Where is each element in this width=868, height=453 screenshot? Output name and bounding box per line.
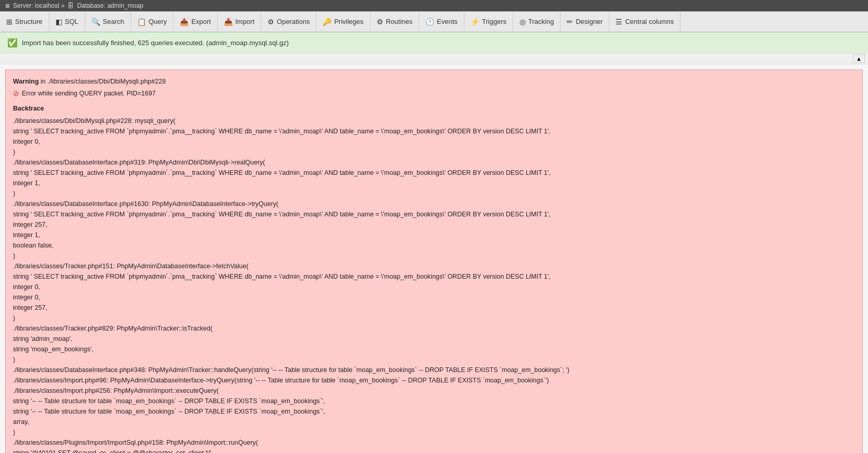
- tab-central-columns[interactable]: ☰ Central columns: [609, 11, 680, 32]
- tab-tracking-label: Tracking: [528, 18, 554, 25]
- trace-line: array,: [13, 417, 855, 427]
- search-icon: 🔍: [91, 18, 100, 26]
- trace-line: string 'moap_em_bookings',: [13, 344, 855, 354]
- tab-privileges-label: Privileges: [334, 18, 363, 25]
- tab-import[interactable]: 📥 Import: [218, 11, 261, 32]
- trace-line: ): [13, 147, 855, 157]
- success-banner: ✅ Import has been successfully finished,…: [0, 32, 868, 53]
- trace-line: string '-- -- Table structure for table …: [13, 406, 855, 417]
- trace-line: ./libraries/classes/DatabaseInterface.ph…: [13, 199, 855, 209]
- trace-line: ./libraries/classes/Import.php#256: PhpM…: [13, 386, 855, 396]
- tab-triggers[interactable]: ⚡ Triggers: [464, 11, 513, 32]
- tab-structure[interactable]: ⊞ Structure: [0, 11, 49, 32]
- server-icon: 🖥: [4, 3, 10, 9]
- trace-line: ./libraries/classes/Plugins/Import/Impor…: [13, 437, 855, 448]
- import-icon: 📥: [224, 18, 233, 26]
- warning-error-line: ⊘ Error while sending QUERY packet. PID=…: [13, 88, 855, 99]
- central-columns-icon: ☰: [616, 18, 622, 26]
- tab-triggers-label: Triggers: [482, 18, 506, 25]
- tab-events[interactable]: 🕐 Events: [419, 11, 464, 32]
- backtrace-title: Backtrace: [13, 103, 855, 114]
- trace-line: ): [13, 354, 855, 365]
- structure-icon: ⊞: [6, 18, 12, 26]
- tab-designer[interactable]: ✏ Designer: [560, 11, 609, 32]
- trace-line: string ' SELECT tracking_active FROM `ph…: [13, 209, 855, 219]
- db-label: Database: admin_moap: [77, 2, 143, 9]
- tab-search[interactable]: 🔍 Search: [85, 11, 131, 32]
- tab-events-label: Events: [437, 18, 458, 25]
- trace-line: integer 0,: [13, 136, 855, 147]
- export-icon: 📤: [180, 18, 189, 26]
- tab-query[interactable]: 📋 Query: [131, 11, 173, 32]
- tab-import-label: Import: [235, 18, 255, 25]
- success-message: Import has been successfully finished, 6…: [22, 39, 289, 47]
- collapse-bar: ▲: [0, 53, 868, 64]
- tracking-icon: ◎: [519, 18, 526, 26]
- tab-search-label: Search: [103, 18, 124, 25]
- trace-line: string 'admin_moap',: [13, 334, 855, 344]
- tab-export-label: Export: [191, 18, 211, 25]
- warning-title: Warning: [13, 78, 39, 85]
- trace-line: integer 0,: [13, 292, 855, 303]
- tab-sql-label: SQL: [65, 18, 78, 25]
- tab-routines[interactable]: ⚙ Routines: [370, 11, 419, 32]
- tab-sql[interactable]: ◧ SQL: [49, 11, 85, 32]
- trace-line: string '/*!40101 SET @saved_cs_client = …: [13, 448, 855, 453]
- trace-line: boolean false,: [13, 240, 855, 251]
- warning-header: Warning in ./libraries/classes/Dbi/DbiMy…: [13, 76, 855, 87]
- trace-line: ): [13, 313, 855, 323]
- tab-query-label: Query: [149, 18, 167, 25]
- tab-designer-label: Designer: [576, 18, 603, 25]
- trace-line: ./libraries/classes/Import.php#96: PhpMy…: [13, 375, 855, 386]
- trace-line: ): [13, 188, 855, 199]
- db-icon: 🗄: [68, 2, 74, 9]
- main-content: Warning in ./libraries/classes/Dbi/DbiMy…: [0, 64, 868, 453]
- trace-line: ./libraries/classes/DatabaseInterface.ph…: [13, 365, 855, 375]
- tab-central-columns-label: Central columns: [625, 18, 674, 25]
- routines-icon: ⚙: [377, 18, 383, 26]
- trace-line: ): [13, 251, 855, 261]
- server-label: Server: localhost »: [13, 2, 64, 9]
- trace-line: integer 1,: [13, 178, 855, 188]
- sql-icon: ◧: [56, 18, 62, 26]
- tab-operations-label: Operations: [277, 18, 310, 25]
- warning-location: in ./libraries/classes/Dbi/DbiMysqli.php…: [41, 78, 166, 85]
- tab-structure-label: Structure: [15, 18, 43, 25]
- tab-operations[interactable]: ⚙ Operations: [261, 11, 317, 32]
- trace-line: string ' SELECT tracking_active FROM `ph…: [13, 271, 855, 282]
- events-icon: 🕐: [425, 18, 434, 26]
- designer-icon: ✏: [567, 18, 573, 26]
- trace-line: ./libraries/classes/Tracker.php#829: Php…: [13, 323, 855, 334]
- success-icon: ✅: [7, 38, 18, 48]
- trace-line: ./libraries/classes/Tracker.php#151: Php…: [13, 261, 855, 271]
- trace-line: integer 257,: [13, 303, 855, 313]
- tab-export[interactable]: 📤 Export: [173, 11, 218, 32]
- query-icon: 📋: [137, 18, 146, 26]
- trace-line: ): [13, 427, 855, 437]
- triggers-icon: ⚡: [471, 18, 479, 26]
- trace-line: string ' SELECT tracking_active FROM `ph…: [13, 168, 855, 178]
- trace-line: ./libraries/classes/DatabaseInterface.ph…: [13, 157, 855, 168]
- trace-line: string ' SELECT tracking_active FROM `ph…: [13, 126, 855, 136]
- tab-privileges[interactable]: 🔑 Privileges: [316, 11, 370, 32]
- warning-box: Warning in ./libraries/classes/Dbi/DbiMy…: [5, 70, 863, 453]
- tab-routines-label: Routines: [386, 18, 412, 25]
- privileges-icon: 🔑: [323, 18, 331, 26]
- operations-icon: ⚙: [268, 18, 274, 26]
- trace-line: integer 257,: [13, 219, 855, 230]
- trace-container: ./libraries/classes/Dbi/DbiMysqli.php#22…: [13, 116, 855, 453]
- trace-line: ./libraries/classes/Dbi/DbiMysqli.php#22…: [13, 116, 855, 126]
- title-bar: 🖥 Server: localhost » 🗄 Database: admin_…: [0, 0, 868, 11]
- error-message: Error while sending QUERY packet. PID=16…: [22, 88, 156, 99]
- trace-line: integer 1,: [13, 230, 855, 240]
- collapse-button[interactable]: ▲: [853, 54, 865, 63]
- trace-line: integer 0,: [13, 282, 855, 292]
- error-icon: ⊘: [13, 88, 19, 99]
- tab-tracking[interactable]: ◎ Tracking: [513, 11, 560, 32]
- trace-line: string '-- -- Table structure for table …: [13, 396, 855, 406]
- tab-bar: ⊞ Structure ◧ SQL 🔍 Search 📋 Query 📤 Exp…: [0, 11, 868, 32]
